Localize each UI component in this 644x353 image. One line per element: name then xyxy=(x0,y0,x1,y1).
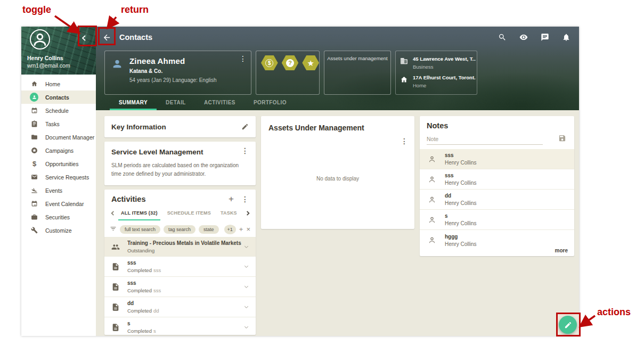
notes-more-link[interactable]: more xyxy=(555,248,568,253)
tabs-scroll-right-icon[interactable] xyxy=(244,211,251,216)
sidebar-item-securities[interactable]: Securities xyxy=(21,210,96,224)
filter-chip-more-count[interactable]: +1 xyxy=(224,225,236,234)
aum-card: Assets Under Management ⋮ No data to dis… xyxy=(261,116,414,229)
tab-detail[interactable]: DETAIL xyxy=(157,95,195,110)
sidebar-item-customize[interactable]: Customize xyxy=(21,224,96,237)
pencil-icon xyxy=(564,321,572,329)
note-row[interactable]: dd Henry Collins xyxy=(420,190,574,210)
filter-chip-tag-search[interactable]: tag search xyxy=(164,225,195,234)
filter-chip-state[interactable]: state xyxy=(199,225,219,234)
tab-activities[interactable]: ACTIVITIES xyxy=(195,95,244,110)
add-activity-icon[interactable]: + xyxy=(229,195,234,203)
address-line: 17A Elhurst Court, Toront... xyxy=(413,75,476,80)
chevron-down-icon[interactable] xyxy=(243,323,249,332)
activities-tab-tasks[interactable]: TASKS xyxy=(216,204,242,221)
chevron-down-icon[interactable] xyxy=(243,262,249,272)
activity-row[interactable]: sss Completedsss xyxy=(104,277,256,297)
bell-icon[interactable] xyxy=(561,32,572,43)
sidebar-item-event-calendar[interactable]: Event Calendar xyxy=(21,197,96,210)
filter-icon[interactable] xyxy=(110,225,117,234)
note-row[interactable]: hggg Henry Collins xyxy=(420,230,574,250)
add-filter-icon[interactable]: + xyxy=(239,225,243,233)
activity-status: Completed xyxy=(127,328,152,334)
sidebar-item-events[interactable]: Events xyxy=(21,184,96,197)
edit-pencil-icon[interactable] xyxy=(241,123,249,130)
note-row[interactable]: sss Henry Collins xyxy=(420,169,574,190)
activity-row[interactable]: dd Completeddd xyxy=(104,297,256,317)
search-icon[interactable] xyxy=(497,32,508,43)
aum-header-panel[interactable]: Assets under management xyxy=(324,51,391,95)
tab-summary[interactable]: SUMMARY xyxy=(110,95,157,110)
building-icon xyxy=(400,57,408,65)
sidebar-item-document-manager[interactable]: Document Manager xyxy=(21,130,96,144)
back-button[interactable] xyxy=(100,31,113,44)
contact-company: Katana & Co. xyxy=(129,68,216,74)
sidebar-item-schedule[interactable]: Schedule xyxy=(21,104,96,117)
aum-kebab-menu-icon[interactable]: ⋮ xyxy=(401,138,408,144)
activity-row[interactable]: Training - Precious Metals in Volatile M… xyxy=(104,237,256,257)
dollar-badge-icon[interactable]: $ xyxy=(261,55,278,70)
crm-app-window: Henry Collins wm1@email.com Home Contact… xyxy=(21,27,579,336)
note-author: Henry Collins xyxy=(445,160,476,166)
actions-fab-button[interactable] xyxy=(559,316,577,334)
sidebar-nav: Home Contacts Schedule Tasks Document Ma… xyxy=(21,75,96,237)
note-row[interactable]: sss Henry Collins xyxy=(420,149,574,169)
contact-summary-card[interactable]: Zineea Ahmed Katana & Co. 54 years (Jan … xyxy=(104,51,251,95)
user-avatar[interactable] xyxy=(30,29,50,50)
tabs-scroll-left-icon[interactable] xyxy=(109,211,116,216)
slm-card: Service Level Management ⋮ SLM periods a… xyxy=(104,142,256,185)
actions-arrow xyxy=(582,316,595,325)
flight-icon xyxy=(30,186,38,194)
home-icon xyxy=(400,76,408,84)
home-icon xyxy=(30,80,38,88)
annotation-return-label: return xyxy=(121,4,149,15)
sidebar-item-service-requests[interactable]: Service Requests xyxy=(21,170,96,184)
addresses-panel: 45 Lawrence Ave West, T... Business 17A … xyxy=(395,51,477,95)
document-icon xyxy=(111,303,120,311)
contact-kebab-menu-icon[interactable]: ⋮ xyxy=(239,55,247,62)
note-input[interactable] xyxy=(427,133,543,145)
sidebar-item-tasks[interactable]: Tasks xyxy=(21,117,96,130)
question-badge-icon[interactable]: ? xyxy=(282,55,299,70)
clear-filters-icon[interactable]: × xyxy=(246,225,250,233)
activity-status: Outstanding xyxy=(127,248,154,253)
activities-tab-schedule-items[interactable]: SCHEDULE ITEMS xyxy=(162,204,216,221)
key-information-card: Key Information xyxy=(104,116,256,137)
activity-row[interactable]: s Completeds xyxy=(104,317,256,335)
sidebar-item-home[interactable]: Home xyxy=(21,77,96,91)
star-badge-icon[interactable]: ★ xyxy=(302,55,319,70)
sidebar-item-contacts[interactable]: Contacts xyxy=(21,91,96,104)
toolbar: Contacts xyxy=(96,27,579,48)
briefcase-icon xyxy=(30,213,38,221)
note-author: Henry Collins xyxy=(445,180,476,186)
sidebar-header: Henry Collins wm1@email.com xyxy=(21,27,96,75)
save-note-icon[interactable] xyxy=(558,134,566,142)
slm-kebab-menu-icon[interactable]: ⋮ xyxy=(241,148,249,153)
tab-portfolio[interactable]: PORTFOLIO xyxy=(244,95,296,110)
contact-person-icon xyxy=(111,58,123,70)
address-home[interactable]: 17A Elhurst Court, Toront... Home xyxy=(400,75,472,88)
chevron-down-icon[interactable] xyxy=(243,242,249,252)
aum-empty-text: No data to display xyxy=(261,176,414,182)
contact-meta: 54 years (Jan 29) Language: English xyxy=(129,77,216,83)
activities-kebab-menu-icon[interactable]: ⋮ xyxy=(241,196,249,202)
summary-content: Key Information Service Level Management… xyxy=(96,110,579,336)
address-business[interactable]: 45 Lawrence Ave West, T... Business xyxy=(400,56,472,70)
chevron-down-icon[interactable] xyxy=(243,302,249,312)
address-type: Business xyxy=(413,64,476,70)
note-author: Henry Collins xyxy=(445,241,476,247)
return-arrow xyxy=(109,17,116,27)
badges-panel: $ ? ★ xyxy=(256,51,320,95)
sidebar-item-campaigns[interactable]: Campaigns xyxy=(21,144,96,157)
chat-icon[interactable] xyxy=(540,32,550,43)
activity-row[interactable]: sss Completedsss xyxy=(104,257,256,277)
filter-chip-full-text-search[interactable]: full text search xyxy=(120,225,160,234)
sidebar-toggle-button[interactable] xyxy=(77,31,91,45)
sidebar-item-opportunities[interactable]: $ Opportunities xyxy=(21,157,96,170)
people-icon xyxy=(111,243,120,251)
eye-icon[interactable] xyxy=(518,32,529,43)
activities-tab-all-items[interactable]: ALL ITEMS (32) xyxy=(116,204,162,221)
chevron-down-icon[interactable] xyxy=(243,282,249,292)
aum-header-label: Assets under management xyxy=(327,55,388,61)
note-row[interactable]: s Henry Collins xyxy=(420,210,574,230)
